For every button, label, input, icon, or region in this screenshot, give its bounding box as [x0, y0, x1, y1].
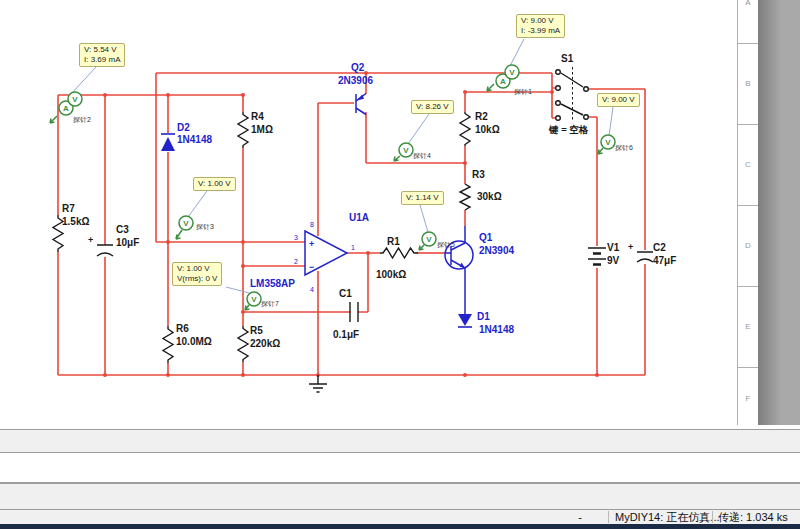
label-d2-ref: D2	[177, 122, 190, 133]
label-r2-val: 10kΩ	[475, 124, 500, 135]
label-s1-key: 键 = 空格	[548, 124, 589, 135]
label-u1-ref: U1A	[349, 212, 369, 223]
label-d1-val: 1N4148	[479, 324, 514, 335]
label-r3-ref: R3	[472, 169, 485, 180]
probe-icons[interactable]	[50, 65, 615, 310]
label-s1-ref: S1	[561, 53, 574, 64]
label-v1-val: 9V	[607, 255, 620, 266]
label-r4-ref: R4	[251, 111, 264, 122]
resistor-r5[interactable]	[238, 326, 248, 362]
status-separator	[608, 511, 609, 523]
probe-label-6: 探针6	[615, 144, 633, 151]
status-simulation: MyDIY14: 正在仿真...	[615, 510, 720, 524]
label-r6-ref: R6	[176, 323, 189, 334]
label-c3-plus: +	[88, 235, 93, 245]
svg-text:A: A	[63, 104, 69, 113]
label-c3-ref: C3	[116, 224, 129, 235]
probe-readout-4-line1: V: 8.26 V	[416, 102, 449, 112]
probe-readout-3-line1: V: 1.00 V	[198, 179, 231, 189]
probe-readout-7-line2: V(rms): 0 V	[177, 274, 217, 284]
resistor-r6[interactable]	[163, 326, 173, 363]
svg-text:V: V	[509, 68, 515, 77]
ruler-cell: F	[738, 368, 758, 429]
label-r5-ref: R5	[250, 325, 263, 336]
svg-text:V: V	[251, 295, 257, 304]
diode-d2[interactable]	[161, 134, 175, 151]
ruler-cell: E	[738, 287, 758, 368]
probe-readout-7-line1: V: 1.00 V	[177, 264, 217, 274]
label-d2-val: 1N4148	[177, 134, 212, 145]
opamp-pin2: 2	[294, 258, 298, 265]
diode-d1[interactable]	[458, 314, 472, 327]
capacitor-c1[interactable]	[350, 302, 358, 322]
svg-text:V: V	[426, 235, 432, 244]
label-v1-ref: V1	[607, 242, 620, 253]
probe-readout-2-line1: V: 5.54 V	[84, 45, 120, 55]
lower-pane	[0, 484, 800, 510]
label-c2-ref: C2	[653, 242, 666, 253]
label-r7-val: 1.5kΩ	[62, 216, 89, 227]
ruler-cell: A	[738, 0, 758, 44]
probe-label-2: 探针2	[73, 116, 91, 123]
ruler-cell: B	[738, 44, 758, 125]
resistor-r3[interactable]	[460, 184, 470, 210]
label-c2-plus: +	[628, 242, 633, 252]
capacitor-c2[interactable]	[637, 252, 653, 262]
label-r5-val: 220kΩ	[250, 338, 280, 349]
label-r2-ref: R2	[475, 111, 488, 122]
label-u1-val: LM358AP	[250, 278, 295, 289]
capacitor-c3[interactable]	[97, 245, 113, 256]
probe-readout-1-line1: V: 9.00 V	[521, 16, 560, 26]
opamp-plus-input-sign: +	[309, 239, 314, 249]
probe-readout-1[interactable]: V: 9.00 V I: -3.99 mA	[516, 14, 565, 38]
probe-label-1: 探针1	[514, 88, 532, 95]
sheet-border-ruler: A B C D E F	[737, 0, 759, 425]
probe-readout-1-line2: I: -3.99 mA	[521, 26, 560, 36]
svg-text:A: A	[500, 77, 506, 86]
schematic-canvas[interactable]: + − 3 2 1 8 4	[0, 0, 737, 429]
probe-readout-3[interactable]: V: 1.00 V	[193, 177, 236, 191]
label-q2-ref: Q2	[351, 62, 365, 73]
label-c1-ref: C1	[339, 288, 352, 299]
horizontal-scrollbar[interactable]	[0, 429, 800, 453]
svg-text:V: V	[605, 138, 611, 147]
resistor-r2[interactable]	[460, 112, 470, 146]
resistor-r1[interactable]	[380, 248, 418, 258]
transistor-q2[interactable]	[356, 94, 366, 115]
label-q2-val: 2N3906	[338, 75, 373, 86]
svg-text:V: V	[403, 146, 409, 155]
status-field: -	[570, 510, 590, 524]
probe-readout-2-line2: I: 3.69 mA	[84, 55, 120, 65]
probe-readout-4[interactable]: V: 8.26 V	[411, 100, 454, 114]
probe-label-7: 探针7	[261, 300, 279, 307]
probe-readout-5[interactable]: V: 1.14 V	[401, 191, 444, 205]
component-labels: R7 1.5kΩ + C3 10μF D2 1N4148 R4 1MΩ R6 1…	[62, 53, 676, 349]
opamp-minus-input-sign: −	[309, 262, 314, 272]
svg-text:V: V	[72, 95, 78, 104]
switch-s1[interactable]	[556, 67, 589, 120]
probe-readout-6-line1: V: 9.00 V	[602, 95, 635, 105]
opamp-pin8: 8	[310, 221, 314, 228]
ground-symbol[interactable]	[309, 375, 327, 392]
label-r1-val: 100kΩ	[376, 269, 406, 280]
label-d1-ref: D1	[477, 311, 490, 322]
label-r7-ref: R7	[62, 203, 75, 214]
probe-readout-6[interactable]: V: 9.00 V	[597, 93, 640, 107]
label-c3-val: 10μF	[116, 237, 139, 248]
label-c1-val: 0.1μF	[333, 329, 359, 340]
bottom-accent-bar	[0, 524, 800, 529]
label-r4-val: 1MΩ	[251, 124, 273, 135]
opamp-pin3: 3	[294, 234, 298, 241]
status-separator	[712, 511, 713, 523]
probe-readout-7[interactable]: V: 1.00 V V(rms): 0 V	[172, 262, 222, 286]
label-r1-ref: R1	[387, 236, 400, 247]
status-bar: - MyDIY14: 正在仿真... 传递: 1.034 ks	[0, 510, 800, 524]
svg-text:V: V	[183, 219, 189, 228]
opamp-u1a[interactable]: + − 3 2 1 8 4	[294, 221, 355, 293]
transistor-q1[interactable]	[445, 226, 473, 315]
workspace-outside-area	[758, 0, 800, 425]
probe-readout-2[interactable]: V: 5.54 V I: 3.69 mA	[79, 43, 125, 67]
label-r3-val: 30kΩ	[477, 191, 502, 202]
probe-label-5: 探针5	[437, 241, 455, 248]
resistor-r4[interactable]	[238, 112, 248, 148]
